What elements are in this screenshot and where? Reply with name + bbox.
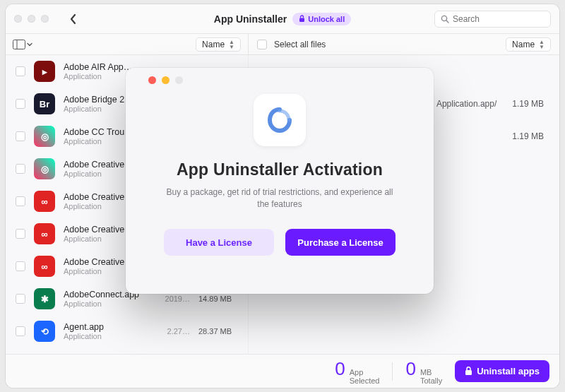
svg-rect-0 [299,18,304,23]
left-sort-control[interactable]: Name ▲▼ [196,37,241,52]
uninstall-label: Uninstall apps [477,366,540,376]
app-subtitle: Application [64,170,133,178]
app-checkbox[interactable] [16,196,25,206]
uninstall-button[interactable]: Uninstall apps [455,360,549,382]
modal-minimize-icon[interactable] [162,76,170,84]
modal-title: App Uninstaller Activation [177,160,383,179]
app-text: Agent.appApplication [64,322,104,340]
app-checkbox[interactable] [16,229,25,239]
app-meta-size: 14.89 MB [198,295,238,303]
activation-modal: App Uninstaller Activation Buy a package… [126,68,434,294]
close-window-icon[interactable] [14,15,22,23]
back-button[interactable] [63,11,83,28]
search-field[interactable] [434,11,551,28]
app-icon: ◎ [34,158,55,179]
app-text: Adobe Creative…Application [64,257,133,275]
app-text: Adobe Bridge 2…Application [64,95,133,113]
detail-size: 1.19 MB [512,99,544,109]
app-icon: ∞ [34,223,55,244]
app-subtitle: Application [64,202,133,210]
app-text: AdobeConnect.appApplication [64,290,139,308]
app-checkbox[interactable] [16,99,25,109]
app-name: Agent.app [64,322,104,332]
app-text: Adobe Creative…Application [64,192,133,210]
footer-divider [392,362,393,381]
window-controls [14,15,49,23]
left-sort-label: Name [202,40,225,49]
zoom-window-icon[interactable] [41,15,49,23]
svg-rect-3 [13,40,25,49]
app-name: Adobe Bridge 2… [64,95,133,105]
app-checkbox[interactable] [16,261,25,271]
sort-arrows-icon: ▲▼ [539,40,545,49]
minimize-window-icon[interactable] [28,15,35,23]
lock-icon [299,15,305,23]
app-checkbox[interactable] [16,66,25,76]
modal-window-controls [148,76,183,84]
have-license-button[interactable]: Have a License [164,229,274,256]
have-license-label: Have a License [186,237,252,248]
purchase-license-button[interactable]: Purchase a License [285,229,396,256]
total-label-2: Totally [420,376,442,385]
app-subtitle: Application [64,137,133,145]
app-name: Adobe Creative… [64,192,133,202]
window-title: App Uninstaller [214,13,287,25]
right-sort-control[interactable]: Name ▲▼ [506,37,551,52]
app-meta-date: 2.27… [167,327,190,335]
app-icon: ∞ [34,191,55,212]
sort-arrows-icon: ▲▼ [229,40,234,49]
app-icon: ∞ [34,256,55,277]
app-checkbox[interactable] [16,294,25,304]
app-subtitle: Application [64,332,104,340]
modal-zoom-icon [175,76,183,84]
app-text: Adobe Creative…Application [64,225,133,243]
purchase-license-label: Purchase a License [297,237,383,248]
app-checkbox[interactable] [16,326,25,336]
app-text: Adobe AIR App…Application [64,62,132,81]
column-headers: Name ▲▼ Select all files Name ▲▼ [6,34,559,55]
app-text: Adobe CC Trou…Application [64,127,133,145]
app-name: Adobe CC Trou… [64,127,133,137]
right-pane-header: Select all files Name ▲▼ [249,34,559,54]
detail-line: Application.app/1.19 MB [436,99,544,109]
selected-label-1: App [350,368,364,376]
select-all-label: Select all files [274,40,326,49]
app-subtitle: Application [64,105,133,113]
app-name: Adobe Creative… [64,160,133,170]
selected-label-2: Selected [350,376,380,385]
view-mode-button[interactable] [13,40,32,49]
footer-bar: 0 AppSelected 0 MBTotally Uninstall apps [6,354,559,388]
search-input[interactable] [453,14,545,24]
modal-close-icon[interactable] [148,76,156,84]
app-subtitle: Application [64,72,132,81]
app-checkbox[interactable] [16,164,25,174]
sidebar-layout-icon [13,40,25,49]
app-icon: ⟲ [34,321,55,342]
app-name: Adobe Creative… [64,257,133,267]
app-subtitle: Application [64,299,139,308]
total-count: 0 [405,358,415,380]
modal-subtitle: Buy a package, get rid of trial restrict… [160,186,400,210]
app-icon-tile [254,94,306,146]
app-name: Adobe AIR App… [64,62,132,72]
detail-size: 1.19 MB [512,131,544,141]
app-checkbox[interactable] [16,131,25,141]
app-meta-size: 28.37 MB [198,327,238,335]
app-subtitle: Application [64,234,133,243]
selected-stat: 0 AppSelected [335,358,379,385]
lock-icon [465,367,472,376]
app-icon: ▸ [34,61,55,82]
total-stat: 0 MBTotally [405,358,442,385]
app-meta-date: 2019… [165,295,190,303]
app-text: Adobe Creative…Application [64,160,133,178]
app-row[interactable]: ⟲Agent.appApplication2.27…28.37 MB [6,315,248,348]
chevron-left-icon [69,13,77,25]
app-icon: ◎ [34,126,55,147]
modal-buttons: Have a License Purchase a License [164,229,396,256]
chevron-down-icon [27,42,32,47]
select-all-checkbox[interactable] [257,40,267,49]
unlock-all-button[interactable]: Unlock all [292,13,351,25]
right-sort-label: Name [512,40,535,49]
app-name: Adobe Creative… [64,225,133,234]
total-label-1: MB [420,368,432,376]
